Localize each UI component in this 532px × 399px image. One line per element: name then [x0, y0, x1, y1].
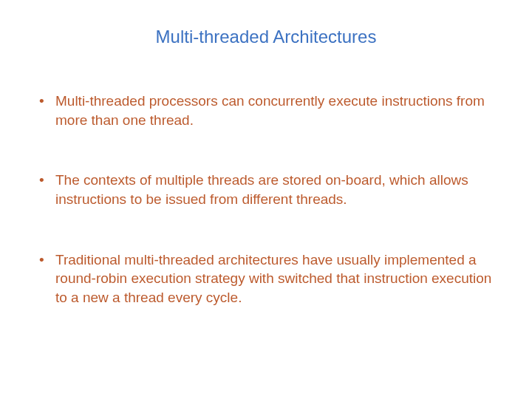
slide-container: Multi-threaded Architectures Multi-threa… [0, 0, 532, 399]
bullet-item: Multi-threaded processors can concurrent… [33, 92, 502, 129]
slide-title: Multi-threaded Architectures [30, 27, 502, 47]
bullet-list: Multi-threaded processors can concurrent… [30, 92, 502, 307]
bullet-item: Traditional multi-threaded architectures… [33, 250, 502, 307]
bullet-item: The contexts of multiple threads are sto… [33, 171, 502, 208]
